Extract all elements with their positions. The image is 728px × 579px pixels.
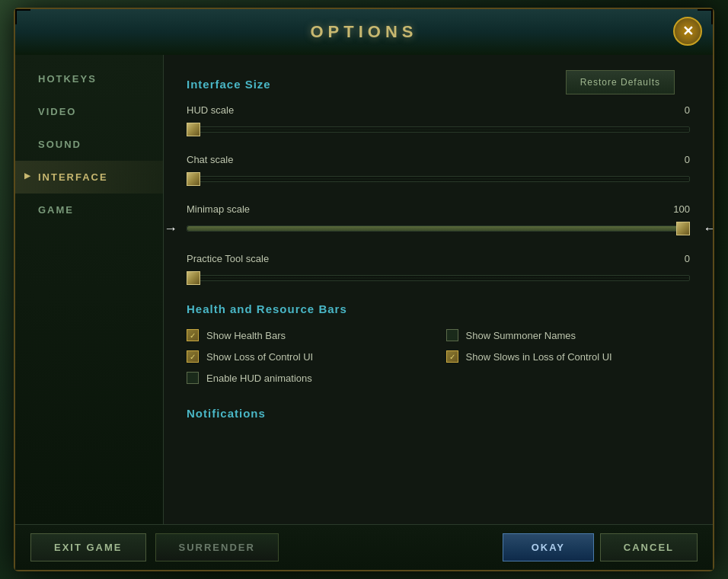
minimap-scale-group: Minimap scale 100 → bbox=[187, 203, 690, 236]
show-slows-checkbox[interactable]: ✓ bbox=[446, 350, 458, 363]
hud-scale-track bbox=[187, 126, 690, 133]
show-slows-item[interactable]: ✓ Show Slows in Loss of Control UI bbox=[446, 350, 691, 363]
dialog-title-text: OPTIONS bbox=[310, 22, 417, 42]
footer-right-buttons: Okay Cancel bbox=[503, 533, 698, 561]
hud-scale-label-row: HUD scale 0 bbox=[187, 104, 690, 116]
surrender-button[interactable]: Surrender bbox=[155, 533, 279, 561]
practice-tool-scale-label-row: Practice Tool scale 0 bbox=[187, 253, 690, 264]
checkbox-grid: ✓ Show Health Bars Show Summoner Names bbox=[187, 329, 690, 384]
chat-scale-label-row: Chat scale 0 bbox=[187, 154, 690, 165]
content-area: Restore Defaults Interface Size HUD scal… bbox=[164, 55, 713, 524]
minimap-scale-label: Minimap scale bbox=[187, 203, 250, 215]
exit-game-button[interactable]: Exit Game bbox=[30, 533, 146, 561]
interface-size-section: Interface Size HUD scale 0 bbox=[187, 78, 690, 286]
sidebar-item-interface[interactable]: INTERFACE bbox=[15, 161, 163, 194]
show-summoner-names-checkbox[interactable] bbox=[446, 329, 458, 341]
show-loss-of-control-label: Show Loss of Control UI bbox=[206, 351, 313, 363]
show-health-bars-label: Show Health Bars bbox=[206, 330, 286, 341]
okay-button[interactable]: Okay bbox=[503, 533, 594, 561]
practice-tool-scale-value: 0 bbox=[685, 253, 690, 264]
chat-scale-label: Chat scale bbox=[187, 154, 233, 165]
sidebar-item-video[interactable]: VIDEO bbox=[15, 95, 163, 128]
health-bars-section: Health and Resource Bars ✓ Show Health B… bbox=[187, 302, 690, 384]
hud-scale-label: HUD scale bbox=[187, 104, 234, 116]
show-slows-label: Show Slows in Loss of Control UI bbox=[466, 351, 612, 363]
dialog-body: HOTKEYS VIDEO SOUND INTERFACE GAME Rest bbox=[15, 55, 713, 524]
chat-scale-track bbox=[187, 176, 690, 182]
show-health-bars-checkbox[interactable]: ✓ bbox=[187, 329, 199, 341]
hud-scale-value: 0 bbox=[685, 104, 690, 116]
sidebar: HOTKEYS VIDEO SOUND INTERFACE GAME bbox=[15, 55, 164, 524]
minimap-scale-slider[interactable] bbox=[187, 221, 690, 236]
options-dialog: OPTIONS ✕ HOTKEYS VIDEO SOUND INTERFACE bbox=[14, 8, 714, 571]
enable-hud-animations-checkbox[interactable] bbox=[187, 372, 199, 384]
sidebar-item-game[interactable]: GAME bbox=[15, 194, 163, 226]
practice-tool-scale-label: Practice Tool scale bbox=[187, 253, 269, 264]
sidebar-item-sound[interactable]: SOUND bbox=[15, 128, 163, 161]
show-loss-of-control-checkbox[interactable]: ✓ bbox=[187, 350, 199, 363]
arrow-right-indicator: ← bbox=[703, 221, 713, 237]
show-summoner-names-label: Show Summoner Names bbox=[466, 330, 576, 341]
chat-scale-group: Chat scale 0 bbox=[187, 154, 690, 187]
show-loss-of-control-item[interactable]: ✓ Show Loss of Control UI bbox=[187, 350, 431, 363]
practice-tool-scale-slider[interactable] bbox=[187, 270, 690, 286]
enable-hud-animations-label: Enable HUD animations bbox=[206, 373, 312, 384]
arrow-left-indicator: → bbox=[164, 221, 177, 237]
notifications-section-header: Notifications bbox=[187, 407, 690, 420]
dialog-title-bar: OPTIONS bbox=[15, 9, 713, 55]
minimap-scale-label-row: Minimap scale 100 bbox=[187, 203, 690, 215]
health-bars-header: Health and Resource Bars bbox=[187, 302, 690, 315]
check-icon-2: ✓ bbox=[190, 353, 196, 361]
show-summoner-names-item[interactable]: Show Summoner Names bbox=[446, 329, 691, 341]
chat-scale-value: 0 bbox=[685, 154, 690, 165]
show-health-bars-item[interactable]: ✓ Show Health Bars bbox=[187, 329, 431, 341]
minimap-scale-fill bbox=[187, 226, 679, 231]
enable-hud-animations-item[interactable]: Enable HUD animations bbox=[187, 372, 431, 384]
dialog-footer: Exit Game Surrender Okay Cancel bbox=[15, 524, 713, 570]
chat-scale-thumb[interactable] bbox=[187, 172, 200, 186]
chat-scale-slider[interactable] bbox=[187, 171, 690, 187]
minimap-scale-thumb[interactable] bbox=[676, 222, 690, 235]
sidebar-item-hotkeys[interactable]: HOTKEYS bbox=[15, 62, 163, 95]
practice-tool-scale-group: Practice Tool scale 0 bbox=[187, 253, 690, 286]
check-icon: ✓ bbox=[190, 331, 196, 340]
hud-scale-group: HUD scale 0 bbox=[187, 104, 690, 137]
check-icon-3: ✓ bbox=[449, 353, 455, 361]
hud-scale-slider[interactable] bbox=[187, 122, 690, 137]
close-button[interactable]: ✕ bbox=[673, 17, 702, 46]
minimap-scale-value: 100 bbox=[673, 203, 690, 215]
dialog-overlay: OPTIONS ✕ HOTKEYS VIDEO SOUND INTERFACE bbox=[0, 0, 728, 579]
cancel-button[interactable]: Cancel bbox=[600, 533, 698, 561]
minimap-scale-row: → ← bbox=[187, 221, 690, 236]
practice-tool-scale-thumb[interactable] bbox=[187, 271, 200, 285]
practice-tool-scale-track bbox=[187, 275, 690, 281]
restore-defaults-button[interactable]: Restore Defaults bbox=[566, 70, 675, 94]
minimap-scale-track bbox=[187, 226, 690, 232]
hud-scale-thumb[interactable] bbox=[187, 123, 200, 136]
